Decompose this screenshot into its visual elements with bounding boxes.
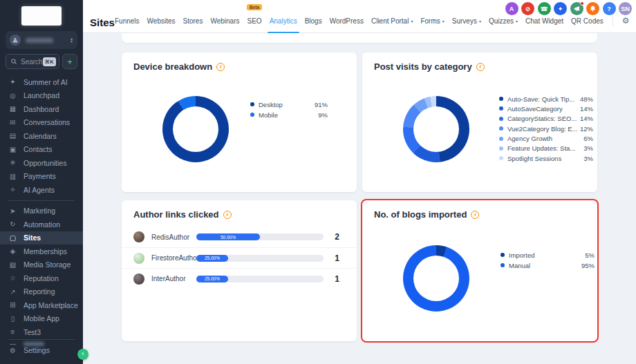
- author-click-count: 1: [335, 253, 339, 263]
- notification-dot: [580, 1, 584, 6]
- do-not-disturb-icon[interactable]: ⊘: [521, 2, 534, 15]
- author-bar-fill: 25.00%: [196, 276, 228, 282]
- legend-label: AutoSaveCategory: [507, 105, 577, 113]
- legend-value: 95%: [581, 262, 595, 269]
- info-icon[interactable]: i: [476, 63, 485, 71]
- author-name: InterAuthor: [151, 275, 185, 282]
- author-click-count: 1: [335, 274, 339, 284]
- tab-client-portal[interactable]: Client Portal▾: [371, 0, 413, 33]
- card-title: Author links clicked: [133, 209, 219, 220]
- marketing-icon: ➤: [8, 207, 17, 215]
- legend-dot: [501, 263, 505, 267]
- sites-icon: ▢: [8, 234, 17, 242]
- chevron-down-icon: ▾: [442, 19, 445, 23]
- keyboard-shortcut-badge: ⌘K: [43, 57, 56, 66]
- author-bar-value: 25.00%: [205, 276, 220, 281]
- tab-label: Chat Widget: [525, 17, 563, 25]
- sidebar-item-dashboard[interactable]: ▦Dashboard: [0, 102, 83, 116]
- sidebar-item-calendars[interactable]: ▤Calendars: [0, 129, 83, 143]
- tab-forms[interactable]: Forms▾: [420, 0, 444, 33]
- tab-label: SEO: [247, 17, 262, 25]
- account-switcher[interactable]: ▲ ▼: [6, 31, 77, 49]
- sidebar-item-reporting[interactable]: ↗Reporting: [0, 285, 83, 299]
- sidebar-item-payments[interactable]: ▥Payments: [0, 170, 83, 184]
- conversations-icon: ✉: [8, 119, 17, 126]
- tab-analytics[interactable]: Analytics: [270, 0, 297, 33]
- search-icon: [10, 58, 17, 65]
- legend-row: CategoryStatics: SEO...14%: [499, 115, 593, 122]
- translate-icon[interactable]: A: [505, 2, 518, 15]
- sidebar-item-ai-agents[interactable]: ✧AI Agents: [0, 183, 83, 197]
- info-icon[interactable]: i: [471, 211, 479, 219]
- sidebar-item-launchpad[interactable]: ◎Launchpad: [0, 89, 83, 103]
- post-visits-donut: [403, 96, 469, 162]
- sidebar-item-settings[interactable]: ⚙ Settings: [0, 344, 83, 358]
- sidebar-item-marketing[interactable]: ➤Marketing: [0, 204, 83, 218]
- tab-wordpress[interactable]: WordPress: [330, 0, 364, 33]
- sidebar-item-conversations[interactable]: ✉Conversations: [0, 116, 83, 130]
- sidebar-item-app-marketplace[interactable]: ⊞App Marketplace: [0, 298, 83, 312]
- tab-label: Client Portal: [371, 17, 409, 25]
- quick-add-button[interactable]: +: [62, 54, 77, 69]
- tab-label: WordPress: [330, 17, 364, 25]
- legend-value: 48%: [580, 95, 593, 103]
- legend-dot: [499, 156, 503, 160]
- sparkles-icon: ✦: [8, 78, 17, 86]
- dashboard-icon: ▦: [8, 105, 17, 113]
- info-icon[interactable]: i: [216, 63, 225, 71]
- author-bar-fill: 25.00%: [196, 255, 228, 262]
- sidebar-collapse-button[interactable]: ‹: [77, 349, 88, 360]
- info-icon[interactable]: i: [223, 211, 232, 219]
- memberships-icon: ◈: [8, 247, 17, 255]
- tab-stores[interactable]: Stores: [183, 0, 203, 33]
- author-row-firestoreauthor: FirestoreAuthor25.00%1: [122, 247, 357, 268]
- notifications-icon[interactable]: [586, 2, 599, 15]
- tab-label: Funnels: [115, 17, 140, 25]
- legend-value: 6%: [583, 135, 593, 142]
- author-bar-track: 50.00%: [196, 233, 324, 240]
- tab-funnels[interactable]: Funnels: [115, 0, 140, 33]
- sidebar-item-label: Mobile App: [24, 314, 59, 323]
- tab-websites[interactable]: Websites: [147, 0, 176, 33]
- phone-icon[interactable]: ☎: [538, 2, 551, 15]
- integrations-icon[interactable]: ✦: [554, 2, 567, 15]
- tab-surveys[interactable]: Surveys▾: [452, 0, 481, 33]
- sidebar-item-summer-of-ai[interactable]: ✦Summer of AI: [0, 75, 83, 89]
- tab-blogs[interactable]: Blogs: [305, 0, 322, 33]
- help-icon[interactable]: ?: [603, 2, 616, 15]
- legend-value: 12%: [580, 125, 593, 133]
- tab-label: Surveys: [452, 17, 477, 25]
- legend-dot: [499, 97, 503, 101]
- chevron-down-icon: ▾: [479, 19, 481, 23]
- author-bar-list: RedisAuthor50.00%2FirestoreAuthor25.00%1…: [122, 227, 357, 289]
- tab-label: Webinars: [210, 17, 239, 25]
- sidebar-item-contacts[interactable]: ▣Contacts: [0, 143, 83, 157]
- calendar-icon: ▤: [8, 132, 17, 140]
- tab-label: Forms: [420, 17, 440, 25]
- sidebar-item-sites[interactable]: ▢Sites: [0, 231, 83, 245]
- tab-webinars[interactable]: Webinars: [210, 0, 239, 33]
- card-title: Device breakdown: [133, 61, 212, 72]
- legend-dot: [250, 113, 254, 117]
- device-breakdown-legend: Desktop91%Mobile9%: [250, 101, 328, 118]
- tab-label: QR Codes: [571, 17, 604, 25]
- legend-label: Agency Growth: [507, 135, 581, 142]
- sidebar-item-reputation[interactable]: ☆Reputation: [0, 271, 83, 285]
- search-input[interactable]: Search ⌘K: [6, 54, 59, 69]
- sidebar-item-media-storage[interactable]: ▧Media Storage: [0, 258, 83, 272]
- sidebar-item-opportunities[interactable]: ✳Opportunities: [0, 156, 83, 170]
- author-links-card: Author links clicked i RedisAuthor50.00%…: [122, 200, 357, 341]
- legend-dot: [499, 106, 503, 111]
- announcements-icon[interactable]: [570, 2, 583, 15]
- opportunities-icon: ✳: [8, 159, 17, 166]
- chevron-updown-icon: ▲ ▼: [70, 37, 73, 44]
- sidebar-item-memberships[interactable]: ◈Memberships: [0, 245, 83, 258]
- tab-seo[interactable]: BetaSEO: [247, 0, 262, 33]
- sidebar-item-label: AI Agents: [24, 186, 55, 194]
- legend-value: 91%: [315, 101, 328, 108]
- sidebar-item-automation[interactable]: ↻Automation: [0, 218, 83, 231]
- sidebar-item-label: Reputation: [24, 274, 59, 282]
- sidebar-item-mobile-app[interactable]: ▯Mobile App: [0, 312, 83, 326]
- user-avatar[interactable]: SN: [619, 2, 632, 15]
- legend-label: Auto-Save: Quick Tip...: [507, 95, 577, 103]
